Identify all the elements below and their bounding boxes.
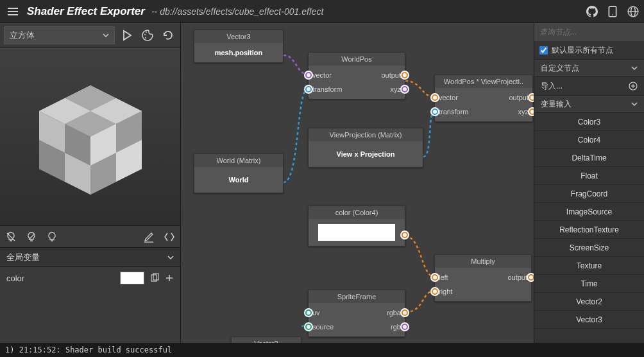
color-swatch[interactable] [120,272,144,284]
app-title: Shader Effect Exporter [27,5,145,18]
add-icon[interactable] [629,82,638,91]
node-title: WorldPos [309,53,405,65]
node-title: Vector3 [194,30,283,43]
node-canvas[interactable]: Vector3 mesh.position WorldPos vectorout… [181,23,534,343]
node-type-item[interactable]: Time [534,275,644,293]
bulb-half-icon[interactable] [26,231,37,243]
var-input-header[interactable]: 变量输入 [534,95,644,113]
node-vector2[interactable]: Vector2 [231,336,301,343]
svg-point-6 [146,31,147,33]
prop-label: color [6,274,24,283]
node-value: View x Projection [309,144,423,164]
bulb-on-icon[interactable] [46,231,58,243]
node-multiply[interactable]: Multiply leftoutput right [434,254,532,302]
node-title: ViewProjection (Matrix) [309,128,423,141]
node-title: Vector2 [232,337,301,343]
edit-shape-icon[interactable] [143,231,155,243]
menu-icon[interactable] [5,5,21,18]
top-bar: Shader Effect Exporter -- db://assets/ef… [0,0,644,23]
node-world[interactable]: World (Matrix) World [194,153,284,193]
node-value: mesh.position [194,46,283,60]
node-type-item[interactable]: Float [534,167,644,185]
show-all-checkbox[interactable] [539,46,548,55]
chevron-down-icon [167,254,174,261]
file-path: -- db://assets/effects/cube_effect-001.e… [151,6,323,17]
node-type-item[interactable]: ImageSource [534,203,644,221]
custom-nodes-header[interactable]: 自定义节点 [534,59,644,77]
device-icon[interactable] [607,6,618,17]
node-title: WorldPos * ViewProjecti.. [435,75,532,88]
color-preview[interactable] [318,224,395,241]
node-type-item[interactable]: FragCoord [534,185,644,203]
node-type-item[interactable]: Color4 [534,131,644,149]
node-value: World [194,170,283,190]
node-type-item[interactable]: Color3 [534,113,644,131]
node-type-item[interactable]: Vector2 [534,293,644,311]
node-type-item[interactable]: ReflectionTexture [534,221,644,239]
shape-value: 立方体 [10,30,35,41]
left-panel: 立方体 [0,23,181,343]
node-type-item[interactable]: Texture [534,257,644,275]
node-type-item[interactable]: DeltaTime [534,149,644,167]
add-icon[interactable] [165,274,174,283]
node-color[interactable]: color (Color4) [308,205,405,247]
preview-viewport[interactable] [0,48,180,226]
svg-point-5 [144,34,146,35]
node-vector3[interactable]: Vector3 mesh.position [194,30,284,63]
copy-icon[interactable] [149,273,160,283]
shape-dropdown[interactable]: 立方体 [4,26,115,44]
bulb-off-icon[interactable] [5,231,17,243]
node-viewprojection[interactable]: ViewProjection (Matrix) View x Projectio… [308,128,423,168]
node-title: World (Matrix) [194,154,283,167]
palette-button[interactable] [139,27,156,44]
globe-icon[interactable] [627,6,639,17]
chevron-down-icon [631,65,638,71]
search-input[interactable] [534,23,644,41]
node-worldpos-viewproj[interactable]: WorldPos * ViewProjecti.. vectoroutput t… [434,74,533,122]
play-button[interactable] [119,27,135,44]
status-bar: 1) 21:15:52: Shader build successful [0,343,644,357]
node-title: Multiply [435,255,531,268]
node-title: SpriteFrame [309,290,405,303]
expand-icon[interactable] [164,231,175,243]
svg-point-7 [145,37,146,39]
node-worldpos[interactable]: WorldPos vectoroutput transformxyz [308,52,405,100]
github-icon[interactable] [586,6,598,17]
color-property-row: color [0,267,180,289]
chevron-down-icon [631,101,638,107]
undo-button[interactable] [160,27,176,44]
node-type-item[interactable]: Vector3 [534,311,644,329]
globals-header[interactable]: 全局变量 [0,248,180,267]
node-spriteframe[interactable]: SpriteFrame uvrgba sourcergb [308,290,405,337]
node-type-item[interactable]: ScreenSize [534,239,644,257]
svg-point-1 [612,14,613,15]
right-panel: 默认显示所有节点 自定义节点 导入... 变量输入 Color3Color4De… [534,23,644,343]
import-row[interactable]: 导入... [534,77,644,95]
show-all-row[interactable]: 默认显示所有节点 [534,41,644,59]
node-title: color (Color4) [309,206,405,219]
status-text: 1) 21:15:52: Shader build successful [5,345,172,354]
chevron-down-icon [103,32,109,39]
